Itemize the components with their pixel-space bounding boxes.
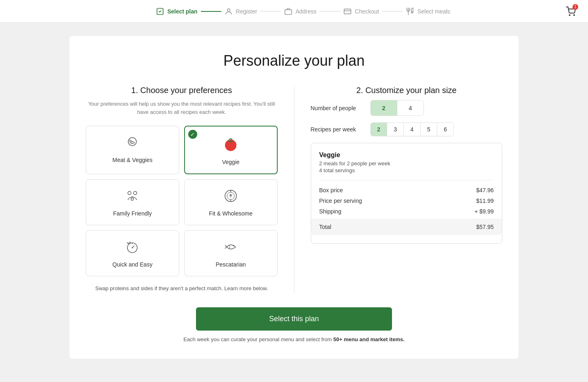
nav-step-select-meals[interactable]: Select meals bbox=[406, 7, 450, 16]
columns: 1. Choose your preferences Your preferen… bbox=[86, 86, 502, 293]
nav-step-checkout[interactable]: Checkout bbox=[343, 7, 379, 16]
recipes-btn-group: 2 3 4 5 6 bbox=[370, 122, 454, 136]
nav-step-address[interactable]: Address bbox=[284, 7, 316, 16]
box-price-value: $47.96 bbox=[476, 187, 494, 193]
select-plan-button[interactable]: Select this plan bbox=[196, 307, 392, 331]
summary-box-price-row: Box price $47.96 bbox=[319, 187, 494, 193]
select-meals-icon bbox=[406, 7, 414, 16]
navigation: Select plan Register Address bbox=[0, 0, 588, 23]
shipping-value: + $9.99 bbox=[474, 208, 494, 215]
nav-step-label-checkout: Checkout bbox=[355, 8, 379, 15]
per-serving-label: Price per serving bbox=[319, 198, 362, 204]
quick-easy-icon bbox=[124, 239, 140, 257]
cta-section: Select this plan Each week you can curat… bbox=[86, 307, 502, 342]
people-btn-group: 2 4 bbox=[370, 100, 424, 116]
main-content: Personalize your plan 1. Choose your pre… bbox=[0, 23, 588, 378]
svg-point-20 bbox=[233, 245, 234, 247]
preferences-section-title: 1. Choose your preferences bbox=[86, 86, 278, 95]
plan-size-section-title: 2. Customize your plan size bbox=[311, 86, 503, 95]
pref-label-quick-easy: Quick and Easy bbox=[112, 261, 152, 268]
page-title: Personalize your plan bbox=[86, 52, 502, 69]
svg-line-22 bbox=[225, 247, 227, 249]
register-icon bbox=[225, 7, 233, 16]
nav-step-label-select-meals: Select meals bbox=[417, 8, 450, 15]
pref-card-pescatarian[interactable]: Pescatarian bbox=[184, 230, 278, 276]
address-icon bbox=[284, 7, 292, 16]
pref-card-quick-easy[interactable]: Quick and Easy bbox=[86, 230, 179, 276]
summary-total-row: Total $57.95 bbox=[311, 219, 502, 235]
summary-desc1: 2 meals for 2 people per week bbox=[319, 160, 494, 167]
summary-box: Veggie 2 meals for 2 people per week 4 t… bbox=[311, 143, 503, 244]
cta-note: Each week you can curate your personal m… bbox=[86, 336, 502, 342]
nav-steps: Select plan Register Address bbox=[42, 7, 564, 16]
summary-shipping-row: Shipping + $9.99 bbox=[319, 208, 494, 215]
checkout-icon bbox=[343, 7, 352, 16]
pref-label-family-friendly: Family Friendly bbox=[113, 210, 152, 217]
svg-point-11 bbox=[134, 191, 137, 195]
plan-card: Personalize your plan 1. Choose your pre… bbox=[69, 36, 519, 359]
people-option-2[interactable]: 2 bbox=[371, 100, 397, 115]
veggie-icon bbox=[222, 135, 240, 155]
svg-point-5 bbox=[569, 15, 570, 16]
svg-rect-2 bbox=[285, 9, 292, 14]
pref-label-fit-wholesome: Fit & Wholesome bbox=[209, 210, 253, 217]
cart-icon-wrap[interactable]: 1 bbox=[564, 4, 578, 19]
cta-note-prefix: Each week you can curate your personal m… bbox=[183, 336, 333, 342]
meat-veggies-icon bbox=[124, 134, 140, 153]
people-label: Number of people bbox=[311, 105, 364, 111]
svg-point-8 bbox=[129, 140, 131, 142]
veggie-check-icon: ✓ bbox=[188, 130, 197, 139]
summary-divider bbox=[319, 180, 494, 180]
cart-badge: 1 bbox=[572, 4, 578, 10]
nav-line-1 bbox=[201, 11, 221, 12]
recipes-option-5[interactable]: 5 bbox=[421, 123, 437, 136]
shipping-label: Shipping bbox=[319, 208, 342, 215]
recipes-option-6[interactable]: 6 bbox=[437, 123, 454, 136]
recipes-option-2[interactable]: 2 bbox=[371, 123, 388, 136]
pref-label-pescatarian: Pescatarian bbox=[216, 261, 246, 268]
summary-desc2: 4 total servings bbox=[319, 167, 494, 173]
nav-step-select-plan[interactable]: Select plan bbox=[156, 7, 198, 16]
svg-rect-3 bbox=[344, 9, 351, 14]
svg-point-1 bbox=[227, 9, 230, 11]
select-plan-icon bbox=[156, 7, 164, 16]
swap-note: Swap proteins and sides if they aren't a… bbox=[86, 284, 278, 293]
family-friendly-icon bbox=[124, 188, 140, 206]
nav-line-3 bbox=[320, 11, 340, 11]
preferences-column: 1. Choose your preferences Your preferen… bbox=[86, 86, 294, 293]
nav-step-label-register: Register bbox=[236, 8, 257, 15]
plan-size-column: 2. Customize your plan size Number of pe… bbox=[294, 86, 503, 293]
recipes-option-4[interactable]: 4 bbox=[404, 123, 421, 136]
per-serving-value: $11.99 bbox=[476, 198, 494, 204]
preferences-grid: Meat & Veggies ✓ bbox=[86, 126, 278, 276]
pref-card-fit-wholesome[interactable]: Fit & Wholesome bbox=[184, 179, 278, 225]
total-label: Total bbox=[319, 224, 332, 230]
nav-line-2 bbox=[261, 11, 281, 11]
summary-per-serving-row: Price per serving $11.99 bbox=[319, 198, 494, 204]
preferences-section-subtitle: Your preferences will help us show you t… bbox=[86, 100, 278, 116]
nav-step-label-select-plan: Select plan bbox=[167, 8, 198, 15]
people-option-4[interactable]: 4 bbox=[397, 100, 423, 115]
fit-wholesome-icon bbox=[223, 188, 239, 206]
total-value: $57.95 bbox=[476, 224, 494, 230]
box-price-label: Box price bbox=[319, 187, 343, 193]
cta-note-bold: 50+ menu and market items. bbox=[333, 336, 405, 342]
svg-point-10 bbox=[128, 191, 131, 195]
pref-card-veggie[interactable]: ✓ Veggie bbox=[184, 126, 278, 174]
pref-label-veggie: Veggie bbox=[222, 159, 240, 165]
svg-line-21 bbox=[225, 245, 227, 247]
pref-card-meat-veggies[interactable]: Meat & Veggies bbox=[86, 126, 179, 174]
recipes-label: Recipes per week bbox=[311, 126, 364, 133]
svg-point-6 bbox=[574, 15, 575, 16]
recipes-row: Recipes per week 2 3 4 5 6 bbox=[311, 122, 503, 136]
summary-plan-name: Veggie bbox=[319, 151, 494, 159]
recipes-option-3[interactable]: 3 bbox=[387, 123, 404, 136]
people-row: Number of people 2 4 bbox=[311, 100, 503, 116]
svg-point-19 bbox=[132, 247, 133, 249]
nav-step-label-address: Address bbox=[296, 8, 316, 15]
nav-line-4 bbox=[382, 11, 403, 11]
pref-label-meat-veggies: Meat & Veggies bbox=[112, 157, 152, 163]
nav-step-register[interactable]: Register bbox=[225, 7, 257, 16]
pref-card-family-friendly[interactable]: Family Friendly bbox=[86, 179, 179, 225]
pescatarian-icon bbox=[223, 239, 239, 257]
